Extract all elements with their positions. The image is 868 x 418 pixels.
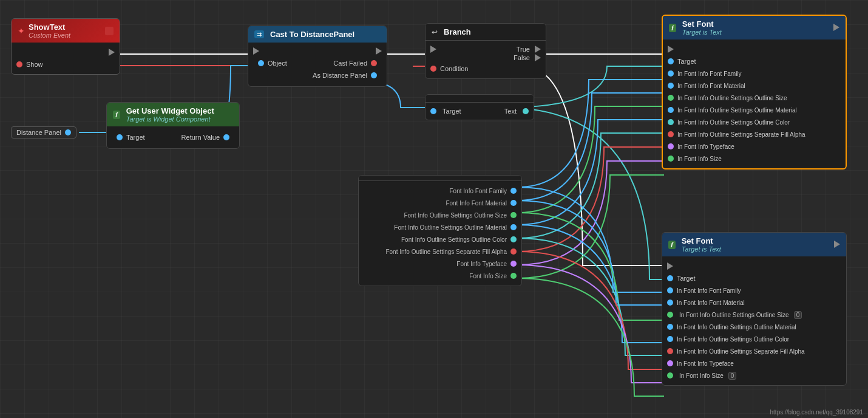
sf2-exec-in [662,260,846,272]
condition-row: Condition [426,63,546,75]
sf1-target: Target [663,55,846,67]
setfont2-exec-out [832,239,840,250]
fi-outlinesize-label: Font Info Outline Settings Outline Size [404,212,507,219]
sf2-outlinesize-label: In Font Info Outline Settings Outline Si… [679,312,789,318]
sf2-fontfamily-label: In Font Info Font Family [677,287,741,294]
getwidget-target-pin [117,134,123,140]
cast-failed-label: Cast Failed [333,60,367,67]
sf2-target-pin [667,275,673,281]
fi-fontmaterial-label: Font Info Font Material [446,200,507,207]
fi-typeface-pin [510,261,517,267]
node-setfont1: f Set Font Target is Text Target In Font… [662,15,847,170]
true-exec [535,46,541,53]
node-setfont2: f Set Font Target is Text Target In Font… [662,232,847,386]
fi-separatefill-pin [510,248,517,255]
sf2-fontmaterial-label: In Font Info Font Material [677,300,745,306]
sf1-target-label: Target [677,58,696,65]
sf1-fontfamily-pin [668,70,674,77]
branch-title: Branch [444,27,471,36]
show-pin [16,61,22,67]
sf1-separatefill: In Font Info Outline Settings Separate F… [663,128,846,140]
sf2-outlinematerial-label: In Font Info Outline Settings Outline Ma… [677,324,796,331]
node-fontinfo: Font Info Font Family Font Info Font Mat… [358,175,522,286]
showtext-show-row: Show [12,58,120,70]
show-label: Show [26,61,43,68]
sf1-target-pin [668,58,674,64]
cast-icon: ⇉ [254,30,264,38]
node-text: Target Text [425,94,534,120]
sf2-fontfamily: In Font Info Font Family [662,284,846,296]
cast-object-row: Object [253,57,292,69]
sf2-target: Target [662,272,846,284]
sf2-separatefill-pin [667,348,673,354]
showtext-exec-output [12,46,120,58]
sf1-outlinematerial: In Font Info Outline Settings Outline Ma… [663,104,846,116]
sf2-fontmaterial-pin [667,300,673,306]
sf1-size-pin [668,156,674,162]
fi-separatefill-label: Font Info Outline Settings Separate Fill… [385,248,507,255]
sf1-size: In Font Info Size [663,152,846,165]
setfont2-f-icon: f [668,241,676,249]
fi-size: Font Info Size [359,270,521,282]
fi-typeface: Font Info Typeface [359,258,521,270]
sf2-outlinesize-badge: 0 [794,311,802,319]
getwidget-subtitle: Target is Widget Component [126,115,214,123]
sf2-typeface-pin [667,360,673,366]
branch-exec-in [430,46,436,53]
return-value-label: Return Value [181,134,220,141]
text-output-pin [523,108,529,114]
fi-outlinecolor: Font Info Outline Settings Outline Color [359,233,521,245]
fi-typeface-label: Font Info Typeface [456,261,507,267]
node-branch: ↩ Branch True False Condition [425,23,546,79]
distance-panel-label: Distance Panel [11,126,76,139]
sf2-size-badge: 0 [728,372,737,380]
sf1-outlinematerial-pin [668,107,674,113]
object-pin [258,60,264,66]
false-label: False [514,54,530,61]
cast-failed-pin [371,60,377,66]
getwidget-return-row: Return Value [177,131,234,143]
sf2-target-label: Target [677,275,696,282]
sf1-separatefill-label: In Font Info Outline Settings Separate F… [677,131,805,138]
close-icon[interactable] [105,27,114,35]
as-distance-row: As Distance Panel [308,69,382,81]
fi-separatefill: Font Info Outline Settings Separate Fill… [359,245,521,258]
setfont2-title: Set Font [682,236,721,245]
fi-outlinematerial-label: Font Info Outline Settings Outline Mater… [394,224,507,231]
setfont2-subtitle: Target is Text [682,245,721,253]
getwidget-target-label: Target [126,134,145,141]
sf1-fontfamily: In Font Info Font Family [663,67,846,80]
cast-failed-row: Cast Failed [308,57,382,69]
showtext-subtitle: Custom Event [29,32,70,39]
as-distance-label: As Distance Panel [313,72,367,79]
sf1-outlinesize: In Font Info Outline Settings Outline Si… [663,92,846,104]
sf1-typeface-label: In Font Info Typeface [677,143,734,150]
fi-fontfamily-label: Font Info Font Family [450,188,507,194]
sf2-separatefill: In Font Info Outline Settings Separate F… [662,345,846,357]
fi-size-pin [510,273,517,279]
node-showtext: ✦ ShowText Custom Event Show [11,18,120,75]
as-distance-pin [371,72,377,78]
fi-size-label: Font Info Size [469,273,507,279]
sf2-typeface-label: In Font Info Typeface [677,360,734,367]
cast-title: Cast To DistancePanel [270,30,354,39]
fi-outlinecolor-pin [510,236,517,242]
getwidget-target-row: Target [112,131,150,143]
sf2-outlinecolor-label: In Font Info Outline Settings Outline Co… [677,336,789,343]
sf1-separatefill-pin [668,131,674,137]
sf1-typeface-pin [668,143,674,149]
setfont1-subtitle: Target is Text [682,29,722,36]
text-target-label: Target [442,108,461,115]
sf1-outlinecolor-pin [668,119,674,125]
object-label: Object [268,60,287,67]
cast-exec-out [376,47,382,55]
f-icon: f [113,111,120,119]
sf1-exec-arrow [668,46,674,53]
text-output-label: Text [504,108,517,115]
true-label: True [517,46,530,53]
setfont1-exec-out [831,22,839,33]
getwidget-title: Get User Widget Object [126,106,214,115]
sf2-size: In Font Info Size 0 [662,369,846,382]
fi-outlinecolor-label: Font Info Outline Settings Outline Color [401,236,507,243]
showtext-title: ShowText [29,22,70,32]
